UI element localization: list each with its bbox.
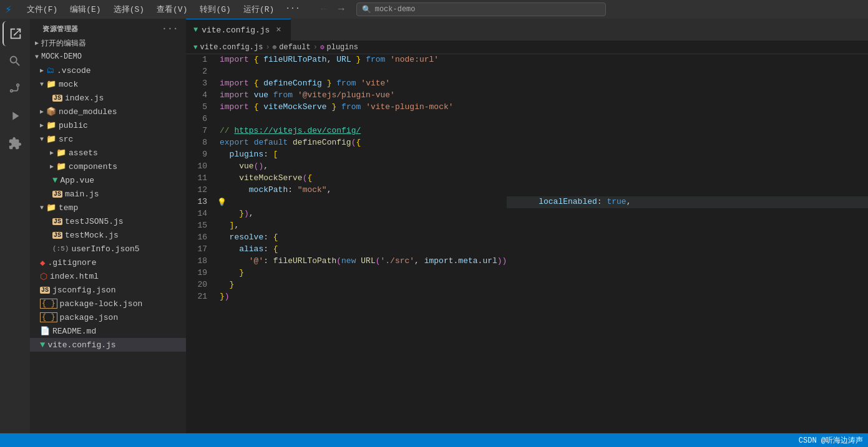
tree-item-public[interactable]: ▶ 📁 public: [30, 118, 186, 132]
tree-item-main-js[interactable]: JS main.js: [30, 187, 186, 201]
line-content-12: mockPath: "mock",: [217, 185, 507, 196]
menu-run[interactable]: 运行(R): [238, 2, 279, 16]
tree-item-index-html[interactable]: ⬡ index.html: [30, 269, 186, 283]
chevron-down-icon: ▼: [40, 204, 44, 211]
line-content-8: export default defineConfig({: [217, 137, 507, 149]
chevron-right-icon: ▶: [50, 163, 54, 170]
chevron-right-icon: ▶: [40, 108, 44, 115]
lightbulb-icon[interactable]: 💡: [217, 196, 507, 208]
activity-extensions[interactable]: [2, 131, 27, 156]
tree-item-node-modules[interactable]: ▶ 📦 node_modules: [30, 105, 186, 118]
line-num-18: 18: [186, 256, 217, 267]
tree-item-mock-folder[interactable]: ▼ 📁 mock: [30, 77, 186, 91]
code-line-7: 7 // https://vitejs.dev/config/: [186, 125, 868, 137]
js-icon: JS: [40, 287, 50, 294]
main-layout: 资源管理器 ··· ▶ 打开的编辑器 ▼ MOCK-DEMO ▶ 🗂 .vsco…: [0, 19, 868, 433]
tree-item-testjson5[interactable]: JS testJSON5.js: [30, 214, 186, 228]
tree-item-readme-md[interactable]: 📄 README.md: [30, 324, 186, 338]
sidebar-section-project[interactable]: ▼ MOCK-DEMO: [30, 50, 186, 64]
line-num-21: 21: [186, 291, 217, 303]
code-line-9: 9 plugins: [: [186, 149, 868, 161]
line-num-15: 15: [186, 220, 217, 232]
app-vue-label: App.vue: [60, 176, 94, 185]
vite-icon: ▼: [40, 340, 45, 350]
tree-item-components[interactable]: ▶ 📁 components: [30, 160, 186, 173]
tree-item-gitignore[interactable]: ◆ .gitignore: [30, 256, 186, 269]
userinfo-json5-label: userInfo.json5: [71, 244, 139, 254]
line-content-18: '@': fileURLToPath(new URL('./src', impo…: [217, 256, 507, 267]
breadcrumb-file[interactable]: vite.config.js: [200, 43, 263, 52]
sidebar-header-more[interactable]: ···: [162, 24, 178, 34]
line-num-9: 9: [186, 149, 217, 161]
menu-more[interactable]: ···: [281, 2, 303, 16]
line-content-4: import vue from '@vitejs/plugin-vue': [217, 90, 507, 102]
index-html-label: index.html: [50, 272, 99, 281]
activity-search[interactable]: [2, 49, 27, 74]
line-content-9: plugins: [: [217, 149, 507, 161]
activity-git[interactable]: [2, 76, 27, 101]
code-lines: 1 import { fileURLToPath, URL } from 'no…: [186, 54, 868, 303]
code-line-2: 2: [186, 66, 868, 78]
testmock-label: testMock.js: [65, 231, 119, 240]
tree-item-mock-index-js[interactable]: JS index.js: [30, 91, 186, 105]
tree-item-temp-folder[interactable]: ▼ 📁 temp: [30, 201, 186, 214]
temp-folder-icon: 📁: [46, 203, 56, 213]
tab-close-button[interactable]: ×: [273, 25, 283, 35]
src-folder-icon: 📁: [46, 134, 56, 144]
tree-item-jsconfig-json[interactable]: JS jsconfig.json: [30, 283, 186, 297]
package-lock-json-label: package-lock.json: [60, 299, 143, 309]
line-num-6: 6: [186, 113, 217, 125]
menu-select[interactable]: 选择(S): [109, 2, 149, 16]
testjson5-label: testJSON5.js: [65, 217, 124, 226]
code-line-15: 15 ],: [186, 220, 868, 232]
code-editor[interactable]: 1 import { fileURLToPath, URL } from 'no…: [186, 54, 868, 433]
menu-edit[interactable]: 编辑(E): [65, 2, 105, 16]
activity-run[interactable]: [2, 103, 27, 128]
code-line-16: 16 resolve: {: [186, 232, 868, 244]
tree-item-assets[interactable]: ▶ 📁 assets: [30, 146, 186, 160]
tree-item-package-json[interactable]: { } package.json: [30, 310, 186, 324]
chevron-right-icon: ▶: [40, 67, 44, 74]
editor-area: ▼ vite.config.js × ▼ vite.config.js › ⊕ …: [186, 19, 868, 433]
tree-item-testmock[interactable]: JS testMock.js: [30, 228, 186, 242]
menu-goto[interactable]: 转到(G): [195, 2, 235, 16]
mock-index-js-label: index.js: [65, 94, 104, 103]
node-modules-label: node_modules: [59, 107, 117, 117]
sidebar: 资源管理器 ··· ▶ 打开的编辑器 ▼ MOCK-DEMO ▶ 🗂 .vsco…: [30, 19, 186, 433]
line-content-3: import { defineConfig } from 'vite': [217, 78, 507, 90]
readme-md-label: README.md: [52, 327, 96, 336]
tree-item-package-lock-json[interactable]: { } package-lock.json: [30, 297, 186, 310]
status-bar: CSDN @听海边涛声: [0, 433, 868, 447]
line-num-19: 19: [186, 267, 217, 279]
js-icon: JS: [52, 232, 62, 239]
menu-file[interactable]: 文件(F): [22, 2, 62, 16]
breadcrumb-plugins[interactable]: plugins: [327, 43, 358, 52]
code-line-8: 8 export default defineConfig({: [186, 137, 868, 149]
tab-vite-config-js[interactable]: ▼ vite.config.js ×: [186, 19, 291, 41]
menu-view[interactable]: 查看(V): [152, 2, 192, 16]
nav-back-button[interactable]: ←: [316, 2, 331, 17]
tree-item-app-vue[interactable]: ▼ App.vue: [30, 173, 186, 187]
tree-item-src-folder[interactable]: ▼ 📁 src: [30, 132, 186, 146]
components-folder-icon: 📁: [56, 161, 66, 171]
code-line-3: 3 import { defineConfig } from 'vite': [186, 78, 868, 90]
code-line-17: 17 alias: {: [186, 244, 868, 256]
chevron-down-icon: ▼: [40, 81, 44, 88]
code-line-13: 13 💡 localEnabled: true,: [186, 196, 868, 208]
activity-explorer[interactable]: [2, 21, 27, 46]
line-num-8: 8: [186, 137, 217, 149]
search-bar[interactable]: 🔍 mock-demo: [356, 2, 606, 16]
sidebar-section-open-editors[interactable]: ▶ 打开的编辑器: [30, 36, 186, 50]
tree-item-userinfo-json5[interactable]: (:5) userInfo.json5: [30, 242, 186, 256]
tree-item-vscode[interactable]: ▶ 🗂 .vscode: [30, 64, 186, 77]
status-right: CSDN @听海边涛声: [799, 435, 863, 446]
chevron-right-icon: ▶: [50, 149, 54, 156]
code-line-12: 12 mockPath: "mock",: [186, 185, 868, 196]
line-content-20: }: [217, 279, 507, 291]
tree-item-vite-config-js[interactable]: ▼ vite.config.js: [30, 338, 186, 352]
chevron-right-icon: ▶: [35, 39, 39, 47]
breadcrumb-default[interactable]: default: [279, 43, 310, 52]
nav-forward-button[interactable]: →: [334, 2, 349, 17]
node-modules-icon: 📦: [46, 107, 56, 117]
code-line-5: 5 import { viteMockServe } from 'vite-pl…: [186, 102, 868, 113]
